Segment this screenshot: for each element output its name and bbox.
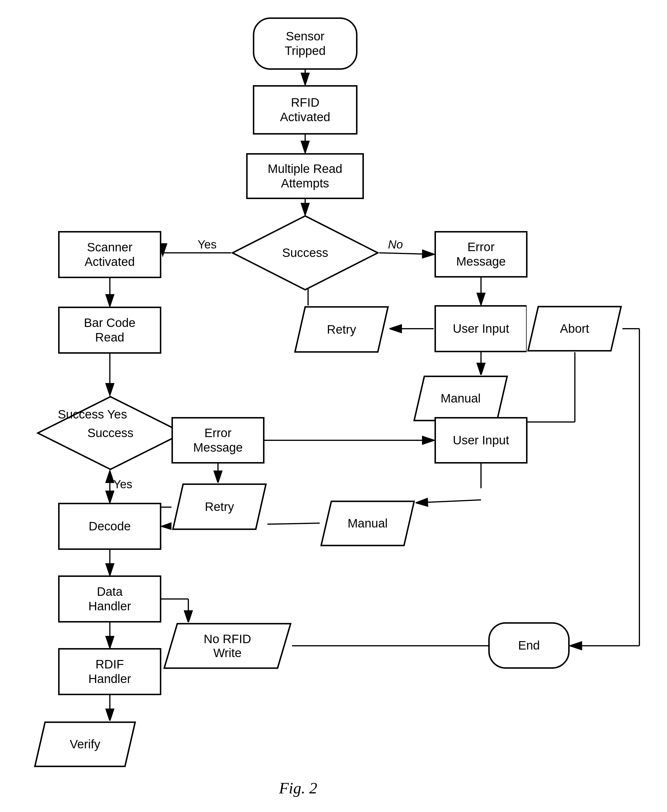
rfid-activated-node: RFID Activated bbox=[253, 85, 357, 134]
data-handler-node: Data Handler bbox=[58, 575, 161, 623]
retry2-label: Retry bbox=[205, 500, 234, 514]
abort-node: Abort bbox=[527, 305, 622, 352]
retry2-node: Retry bbox=[171, 483, 267, 531]
manual1-node: Manual bbox=[413, 375, 509, 422]
error-msg2-node: Error Message bbox=[171, 417, 264, 464]
no-rfid-write-label: No RFID Write bbox=[204, 632, 251, 660]
rdif-handler-label: RDIF Handler bbox=[88, 657, 131, 686]
svg-text:Yes: Yes bbox=[197, 238, 217, 251]
no-rfid-write-node: No RFID Write bbox=[163, 622, 292, 669]
decode-node: Decode bbox=[58, 503, 161, 550]
manual1-label: Manual bbox=[441, 391, 481, 405]
error-msg1-label: Error Message bbox=[456, 240, 506, 269]
sensor-tripped-label: Sensor Tripped bbox=[285, 29, 326, 58]
figure-label: Fig. 2 bbox=[279, 779, 317, 797]
rfid-activated-label: RFID Activated bbox=[280, 95, 330, 125]
bar-code-read-label: Bar Code Read bbox=[84, 316, 135, 345]
success-yes-label: Success Yes bbox=[58, 408, 127, 421]
success-diamond1-node: Success bbox=[231, 214, 379, 291]
verify-label: Verify bbox=[70, 737, 100, 751]
data-handler-label: Data Handler bbox=[88, 585, 131, 614]
manual2-node: Manual bbox=[320, 500, 416, 547]
scanner-activated-label: Scanner Activated bbox=[85, 240, 135, 269]
retry1-label: Retry bbox=[327, 323, 356, 336]
scanner-activated-node: Scanner Activated bbox=[58, 231, 161, 278]
user-input2-label: User Input bbox=[453, 433, 509, 447]
svg-line-26 bbox=[416, 500, 481, 503]
success-diamond2-label: Success bbox=[88, 426, 134, 440]
bar-code-read-node: Bar Code Read bbox=[58, 307, 161, 354]
svg-text:Yes: Yes bbox=[113, 478, 132, 491]
flowchart-diagram: Yes No No Yes bbox=[0, 0, 667, 812]
rdif-handler-node: RDIF Handler bbox=[58, 648, 161, 695]
abort-label: Abort bbox=[560, 322, 589, 336]
user-input1-node: User Input bbox=[435, 305, 528, 352]
manual2-label: Manual bbox=[348, 517, 388, 530]
success-diamond2-node: Success bbox=[37, 395, 184, 471]
user-input1-label: User Input bbox=[453, 321, 509, 336]
error-msg1-node: Error Message bbox=[435, 231, 528, 278]
decode-label: Decode bbox=[89, 519, 131, 534]
multiple-read-node: Multiple Read Attempts bbox=[246, 153, 364, 199]
user-input2-node: User Input bbox=[435, 417, 528, 464]
sensor-tripped-node: Sensor Tripped bbox=[253, 17, 357, 70]
verify-node: Verify bbox=[33, 721, 137, 768]
svg-text:No: No bbox=[388, 238, 403, 251]
end-node: End bbox=[488, 622, 570, 669]
error-msg2-label: Error Message bbox=[193, 426, 243, 455]
retry1-node: Retry bbox=[294, 305, 390, 353]
multiple-read-label: Multiple Read Attempts bbox=[268, 162, 342, 191]
end-label: End bbox=[518, 638, 540, 653]
success-diamond1-label: Success bbox=[282, 245, 329, 260]
svg-line-6 bbox=[379, 253, 434, 254]
